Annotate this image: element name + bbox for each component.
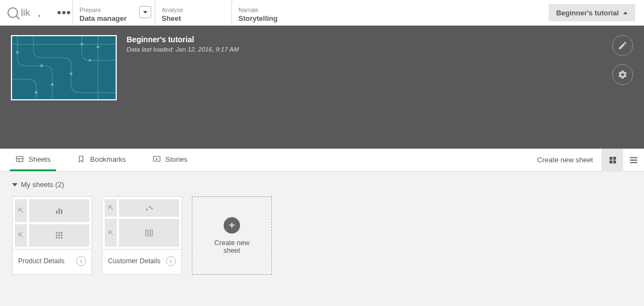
svg-rect-28 [61, 232, 62, 234]
svg-rect-29 [56, 235, 58, 236]
sheet-card-title: Product Details [18, 257, 65, 265]
tab-stories-label: Stories [166, 155, 187, 163]
svg-rect-32 [56, 237, 58, 239]
svg-point-9 [96, 46, 99, 48]
tab-bookmarks[interactable]: Bookmarks [71, 149, 131, 171]
nav-prepare-value: Data manager [79, 14, 145, 22]
svg-point-0 [8, 8, 18, 17]
sheet-preview: ⇱ ⇱ [102, 197, 181, 249]
svg-point-10 [35, 91, 38, 94]
info-icon[interactable]: i [166, 256, 176, 266]
grid-icon [29, 224, 89, 247]
nav-narrate[interactable]: Narrate Storytelling [231, 0, 308, 25]
settings-button[interactable] [612, 64, 633, 85]
svg-rect-34 [61, 237, 62, 239]
nav-prepare-dropdown[interactable] [139, 6, 151, 18]
section-my-sheets-toggle[interactable]: My sheets (2) [12, 180, 632, 189]
tab-sheets[interactable]: Sheets [10, 149, 56, 171]
svg-rect-26 [56, 232, 58, 234]
svg-point-6 [51, 83, 54, 86]
svg-point-7 [70, 72, 72, 75]
svg-point-35 [146, 208, 147, 210]
sheet-card-customer-details[interactable]: ⇱ ⇱ Customer Details i [102, 196, 182, 275]
section-my-sheets-label: My sheets (2) [21, 180, 64, 189]
view-list-button[interactable] [623, 149, 644, 172]
svg-rect-23 [56, 211, 58, 214]
plus-icon: + [224, 217, 240, 234]
svg-rect-24 [59, 208, 60, 214]
go-icon: ⇱ [105, 199, 117, 217]
nav-prepare-label: Prepare [79, 7, 145, 13]
sheet-card-title: Customer Details [108, 257, 161, 265]
nav-analyze-value: Sheet [162, 14, 221, 22]
svg-rect-16 [609, 157, 612, 160]
nav-narrate-value: Storytelling [238, 14, 298, 22]
edit-button[interactable] [612, 35, 633, 56]
svg-rect-38 [146, 230, 153, 236]
info-icon[interactable]: i [76, 256, 86, 266]
tab-bookmarks-label: Bookmarks [90, 155, 126, 163]
svg-rect-12 [16, 156, 23, 161]
svg-point-5 [40, 64, 43, 67]
svg-rect-17 [613, 157, 616, 160]
sheets-icon [15, 155, 24, 163]
app-title-dropdown[interactable]: Beginner's tutorial [549, 4, 635, 21]
view-grid-button[interactable] [602, 149, 623, 172]
tab-stories[interactable]: Stories [147, 149, 193, 171]
create-new-sheet-label: Create new sheet [210, 239, 254, 254]
svg-rect-27 [59, 232, 60, 234]
global-menu-icon[interactable]: ••• [56, 0, 72, 25]
go-icon: ⇱ [105, 219, 117, 247]
app-thumbnail [11, 35, 117, 100]
create-new-sheet-link[interactable]: Create new sheet [533, 149, 597, 171]
chevron-down-icon [143, 11, 147, 14]
svg-line-1 [16, 16, 19, 19]
svg-point-37 [151, 207, 152, 209]
svg-point-11 [81, 43, 83, 46]
nav-analyze[interactable]: Analyze Sheet [155, 0, 231, 25]
gear-icon [618, 70, 628, 80]
sheet-preview: ⇱ ⇱ [13, 197, 92, 249]
svg-rect-19 [613, 160, 616, 163]
svg-rect-30 [59, 235, 60, 236]
nav-narrate-label: Narrate [238, 7, 298, 13]
stories-icon [152, 155, 161, 163]
create-new-sheet-card[interactable]: + Create new sheet [192, 196, 272, 275]
app-title-text: Beginner's tutorial [556, 9, 619, 17]
svg-rect-18 [609, 160, 612, 163]
qlik-logo[interactable]: lik [0, 0, 56, 25]
grid-icon [608, 156, 617, 165]
svg-rect-31 [61, 235, 62, 236]
go-icon: ⇱ [15, 199, 27, 222]
bookmark-icon [77, 155, 86, 163]
triangle-down-icon [12, 183, 18, 186]
tab-sheets-label: Sheets [29, 155, 50, 163]
sheet-card-product-details[interactable]: ⇱ ⇱ Product Details i [12, 196, 92, 275]
chart-icon [29, 199, 89, 222]
go-icon: ⇱ [15, 224, 27, 247]
pencil-icon [618, 41, 628, 50]
svg-rect-25 [61, 209, 62, 214]
scatter-icon [119, 199, 179, 217]
table-icon [119, 219, 179, 247]
nav-analyze-label: Analyze [162, 7, 221, 13]
svg-point-8 [89, 59, 92, 62]
svg-point-3 [38, 15, 40, 16]
overview-title: Beginner's tutorial [127, 35, 239, 44]
nav-prepare[interactable]: Prepare Data manager [72, 0, 155, 25]
svg-point-4 [16, 51, 19, 54]
svg-point-36 [149, 206, 150, 207]
svg-text:lik: lik [21, 7, 31, 18]
svg-rect-33 [59, 237, 60, 239]
list-icon [629, 155, 639, 165]
overview-subtitle: Data last loaded: Jan 12, 2016, 9:17 AM [127, 46, 239, 53]
chevron-up-icon [623, 12, 628, 14]
